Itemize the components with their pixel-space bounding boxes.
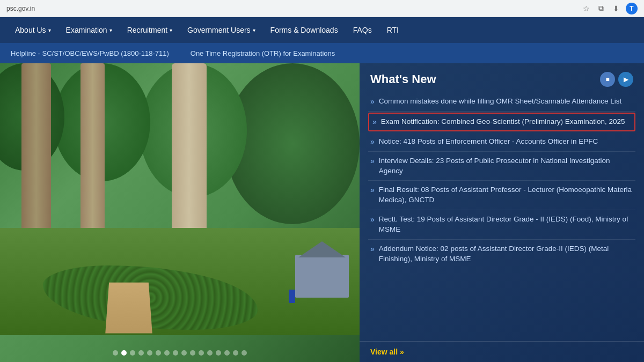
star-icon[interactable]: ☆ [581,3,591,14]
slider-dot-2[interactable] [130,350,135,356]
news-text: Common mistakes done while filling OMR S… [379,97,622,107]
dropdown-arrow-icon: ▾ [170,27,172,33]
news-item-4[interactable]: »Interview Details: 23 Posts of Public P… [368,152,635,181]
browser-bar: psc.gov.in ☆ ⧉ ⬇ T [0,0,644,17]
pathway [105,283,152,334]
news-bullet-icon: » [370,97,375,107]
news-text: Rectt. Test: 19 Posts of Assistant Direc… [379,215,633,235]
news-item-7[interactable]: »Addendum Notice: 02 posts of Assistant … [368,240,635,269]
nav-item-rti[interactable]: RTI [380,21,405,39]
news-text: Interview Details: 23 Posts of Public Pr… [379,156,633,176]
panel-content: What's New ■ ▶ »Common mistakes done whi… [360,63,644,362]
news-item-5[interactable]: »Final Result: 08 Posts of Assistant Pro… [368,181,635,210]
nav-item-forms-&-downloads[interactable]: Forms & Downloads [264,21,345,39]
secondary-bar: Helpline - SC/ST/OBC/EWS/PwBD (1800-118-… [0,43,644,63]
slider-dot-10[interactable] [199,350,204,356]
news-item-6[interactable]: »Rectt. Test: 19 Posts of Assistant Dire… [368,210,635,240]
panel-title: What's New [370,72,436,86]
news-bullet-icon: » [370,157,375,176]
extension-icon[interactable]: ⧉ [596,3,606,14]
nav-item-recruitment[interactable]: Recruitment▾ [121,21,179,39]
slider-dot-13[interactable] [224,350,230,356]
slider-dot-5[interactable] [156,350,161,356]
news-text: Exam Notification: Combined Geo-Scientis… [381,117,625,127]
panel-header: What's New ■ ▶ [360,63,644,92]
image-slider [0,63,360,362]
stop-button[interactable]: ■ [600,72,615,87]
browser-url: psc.gov.in [6,5,35,12]
secondary-nav-item[interactable]: Helpline - SC/ST/OBC/EWS/PwBD (1800-118-… [11,49,169,57]
secondary-nav-item[interactable]: One Time Registration (OTR) for Examinat… [191,49,335,57]
slider-dot-15[interactable] [241,350,247,356]
dropdown-arrow-icon: ▾ [48,27,51,33]
building [295,255,349,298]
slider-dot-1[interactable] [121,350,127,356]
news-item-3[interactable]: »Notice: 418 Posts of Enforcement Office… [368,132,635,152]
nav-item-examination[interactable]: Examination▾ [60,21,119,39]
slider-dot-3[interactable] [138,350,144,356]
news-bullet-icon: » [370,186,375,205]
nav-item-about-us[interactable]: About Us▾ [9,21,57,39]
slider-dot-6[interactable] [164,350,170,356]
news-bullet-icon: » [372,117,377,127]
play-button[interactable]: ▶ [618,72,633,87]
news-bullet-icon: » [370,137,375,147]
slider-dots [0,350,360,356]
news-list: »Common mistakes done while filling OMR … [360,92,644,341]
news-item-2[interactable]: »Exam Notification: Combined Geo-Scienti… [368,113,635,131]
dropdown-arrow-icon: ▾ [253,27,255,33]
whats-new-panel: What's New ■ ▶ »Common mistakes done whi… [360,63,644,362]
view-all-link[interactable]: View all » [370,348,404,356]
slider-image [0,63,360,362]
slider-dot-4[interactable] [147,350,152,356]
view-all-bar: View all » [360,341,644,362]
main-navbar: About Us▾Examination▾Recruitment▾Governm… [0,17,644,43]
news-bullet-icon: » [370,245,375,264]
slider-dot-7[interactable] [173,350,178,356]
main-content: What's New ■ ▶ »Common mistakes done whi… [0,63,644,362]
slider-dot-12[interactable] [216,350,221,356]
nav-item-faqs[interactable]: FAQs [347,21,378,39]
dropdown-arrow-icon: ▾ [109,27,112,33]
download-icon[interactable]: ⬇ [611,3,621,14]
news-item-1[interactable]: »Common mistakes done while filling OMR … [368,92,635,112]
panel-controls: ■ ▶ [600,72,633,87]
news-text: Notice: 418 Posts of Enforcement Officer… [379,137,598,147]
slider-dot-14[interactable] [233,350,238,356]
slider-dot-0[interactable] [113,350,118,356]
slider-dot-8[interactable] [181,350,187,356]
news-text: Final Result: 08 Posts of Assistant Prof… [379,185,633,205]
avatar[interactable]: T [626,3,638,14]
slider-dot-11[interactable] [207,350,213,356]
news-text: Addendum Notice: 02 posts of Assistant D… [379,244,633,264]
person-figure [289,290,295,303]
nav-item-government-users[interactable]: Government Users▾ [181,21,261,39]
slider-dot-9[interactable] [190,350,195,356]
news-bullet-icon: » [370,215,375,235]
